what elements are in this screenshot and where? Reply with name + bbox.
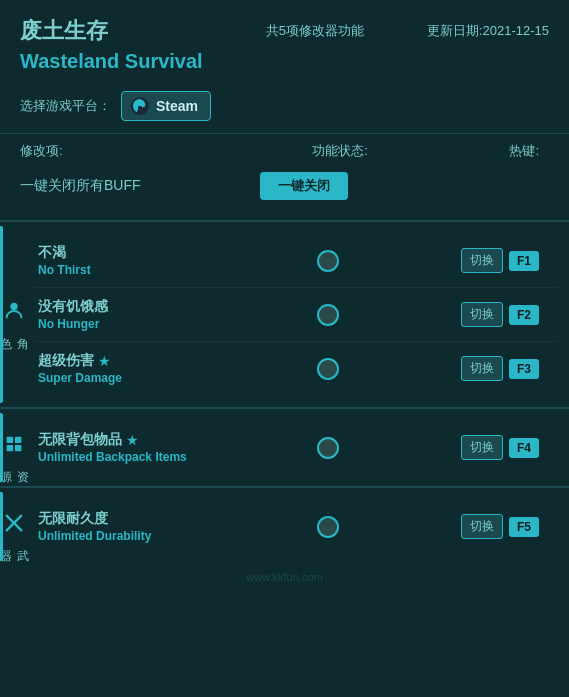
platform-label: 选择游戏平台：: [20, 97, 111, 115]
svg-rect-3: [7, 436, 13, 442]
mod-name-row-role-0: 不渴: [38, 244, 258, 262]
category-sidebar-resources: 资源: [0, 413, 28, 482]
subtitle: 共5项修改器功能: [266, 22, 364, 40]
section-divider-1: [0, 220, 569, 222]
header-left: 废土生存 Wasteland Survival: [20, 16, 203, 73]
mod-toggle-area-resources-0: [258, 437, 398, 459]
hotkey-key-role-2: F3: [509, 359, 539, 379]
mod-item-role-1: 没有饥饿感No Hunger切换F2: [34, 288, 559, 342]
category-text-resources: 资源: [0, 461, 31, 463]
watermark: www.kkfun.com: [0, 561, 569, 589]
mod-name-row-role-2: 超级伤害★: [38, 352, 258, 370]
category-icon-role: [3, 300, 25, 326]
mod-info-role-2: 超级伤害★Super Damage: [38, 352, 258, 385]
mod-toggle-area-weapons-0: [258, 516, 398, 538]
mod-hotkey-area-role-1: 切换F2: [398, 302, 549, 327]
all-buff-row: 一键关闭所有BUFF 一键关闭: [0, 166, 569, 216]
category-text-role: 角色: [0, 328, 31, 330]
mod-toggle-area-role-0: [258, 250, 398, 272]
game-title-cn: 废土生存: [20, 16, 203, 46]
hotkey-key-resources-0: F4: [509, 438, 539, 458]
mod-hotkey-area-resources-0: 切换F4: [398, 435, 549, 460]
mod-name-en-role-1: No Hunger: [38, 317, 258, 331]
category-items-role: 不渴No Thirst切换F1没有饥饿感No Hunger切换F2超级伤害★Su…: [28, 226, 569, 403]
hotkey-switch-role-0[interactable]: 切换: [461, 248, 503, 273]
mod-item-role-0: 不渴No Thirst切换F1: [34, 234, 559, 288]
steam-icon: [130, 96, 150, 116]
mod-item-role-2: 超级伤害★Super Damage切换F3: [34, 342, 559, 395]
category-section-weapons: 武器无限耐久度Unlimited Durability切换F5: [0, 492, 569, 561]
category-icon-resources: [3, 433, 25, 459]
mod-name-row-role-1: 没有饥饿感: [38, 298, 258, 316]
mod-item-resources-0: 无限背包物品★Unlimited Backpack Items切换F4: [34, 421, 559, 474]
mod-info-role-1: 没有饥饿感No Hunger: [38, 298, 258, 331]
mod-name-en-role-2: Super Damage: [38, 371, 258, 385]
mod-hotkey-area-role-2: 切换F3: [398, 356, 549, 381]
mod-hotkey-area-role-0: 切换F1: [398, 248, 549, 273]
category-sidebar-role: 角色: [0, 226, 28, 403]
col-status-label: 功能状态:: [260, 142, 420, 160]
mod-name-en-role-0: No Thirst: [38, 263, 258, 277]
col-mod-label: 修改项:: [20, 142, 260, 160]
sidebar-accent-weapons: [0, 492, 3, 561]
all-buff-button[interactable]: 一键关闭: [260, 172, 348, 200]
sidebar-accent-role: [0, 226, 3, 403]
star-badge-role-2: ★: [98, 353, 111, 369]
svg-rect-5: [7, 444, 13, 450]
toggle-role-1[interactable]: [317, 304, 339, 326]
star-badge-resources-0: ★: [126, 432, 139, 448]
platform-button[interactable]: Steam: [121, 91, 211, 121]
mod-columns-header: 修改项: 功能状态: 热键:: [0, 134, 569, 166]
svg-rect-4: [15, 436, 21, 442]
hotkey-switch-resources-0[interactable]: 切换: [461, 435, 503, 460]
category-text-weapons: 武器: [0, 540, 31, 542]
category-section-resources: 资源无限背包物品★Unlimited Backpack Items切换F4: [0, 413, 569, 482]
mod-item-weapons-0: 无限耐久度Unlimited Durability切换F5: [34, 500, 559, 553]
mod-name-cn-resources-0: 无限背包物品: [38, 431, 122, 449]
sidebar-accent-resources: [0, 413, 3, 482]
category-items-resources: 无限背包物品★Unlimited Backpack Items切换F4: [28, 413, 569, 482]
mod-name-cn-role-2: 超级伤害: [38, 352, 94, 370]
category-section-role: 角色不渴No Thirst切换F1没有饥饿感No Hunger切换F2超级伤害★…: [0, 226, 569, 403]
categories-container: 角色不渴No Thirst切换F1没有饥饿感No Hunger切换F2超级伤害★…: [0, 226, 569, 561]
mod-name-cn-weapons-0: 无限耐久度: [38, 510, 108, 528]
hotkey-switch-weapons-0[interactable]: 切换: [461, 514, 503, 539]
hotkey-switch-role-2[interactable]: 切换: [461, 356, 503, 381]
mod-toggle-area-role-2: [258, 358, 398, 380]
mod-name-en-resources-0: Unlimited Backpack Items: [38, 450, 258, 464]
section-divider-3: [0, 486, 569, 488]
platform-button-text: Steam: [156, 98, 198, 114]
hotkey-key-role-0: F1: [509, 251, 539, 271]
svg-point-1: [139, 106, 142, 109]
category-items-weapons: 无限耐久度Unlimited Durability切换F5: [28, 492, 569, 561]
all-buff-label: 一键关闭所有BUFF: [20, 177, 260, 195]
svg-rect-6: [15, 444, 21, 450]
col-hotkey-label: 热键:: [420, 142, 549, 160]
toggle-role-2[interactable]: [317, 358, 339, 380]
category-sidebar-weapons: 武器: [0, 492, 28, 561]
page-header: 废土生存 Wasteland Survival 共5项修改器功能 更新日期:20…: [0, 0, 569, 83]
game-title-en: Wasteland Survival: [20, 50, 203, 73]
mod-info-weapons-0: 无限耐久度Unlimited Durability: [38, 510, 258, 543]
mod-name-row-resources-0: 无限背包物品★: [38, 431, 258, 449]
mod-hotkey-area-weapons-0: 切换F5: [398, 514, 549, 539]
hotkey-key-role-1: F2: [509, 305, 539, 325]
toggle-weapons-0[interactable]: [317, 516, 339, 538]
section-divider-2: [0, 407, 569, 409]
mod-name-en-weapons-0: Unlimited Durability: [38, 529, 258, 543]
platform-row: 选择游戏平台： Steam: [0, 83, 569, 133]
update-date: 更新日期:2021-12-15: [427, 22, 549, 40]
mod-name-row-weapons-0: 无限耐久度: [38, 510, 258, 528]
hotkey-key-weapons-0: F5: [509, 517, 539, 537]
mod-info-role-0: 不渴No Thirst: [38, 244, 258, 277]
hotkey-switch-role-1[interactable]: 切换: [461, 302, 503, 327]
toggle-role-0[interactable]: [317, 250, 339, 272]
mod-name-cn-role-0: 不渴: [38, 244, 66, 262]
mod-toggle-area-role-1: [258, 304, 398, 326]
mod-name-cn-role-1: 没有饥饿感: [38, 298, 108, 316]
toggle-resources-0[interactable]: [317, 437, 339, 459]
mod-info-resources-0: 无限背包物品★Unlimited Backpack Items: [38, 431, 258, 464]
category-icon-weapons: [3, 512, 25, 538]
svg-point-2: [10, 302, 17, 309]
